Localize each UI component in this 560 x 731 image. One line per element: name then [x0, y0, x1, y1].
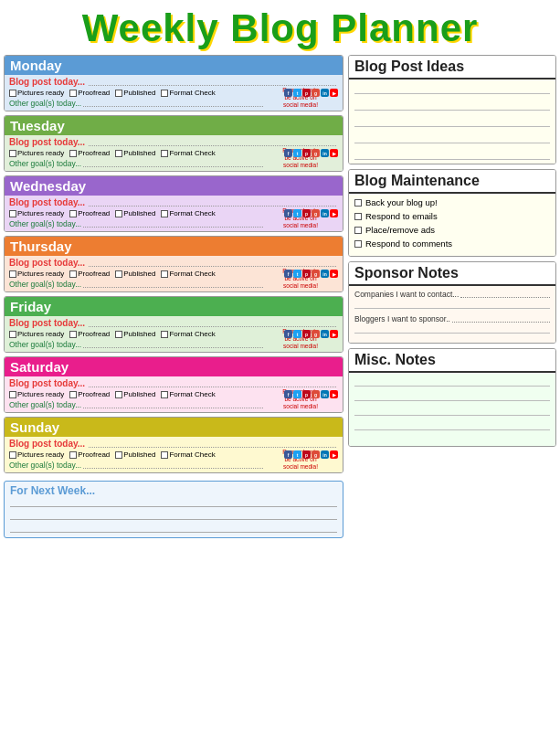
- thursday-check-proofread[interactable]: Proofread: [69, 270, 113, 278]
- saturday-check-published[interactable]: Published: [115, 390, 159, 398]
- tuesday-checkbox-proofread[interactable]: [69, 150, 77, 157]
- tuesday-checkbox-published[interactable]: [115, 150, 122, 157]
- monday-facebook-icon[interactable]: f: [284, 89, 292, 97]
- wednesday-checkbox-proofread[interactable]: [69, 210, 77, 217]
- friday-checkbox-pictures-ready[interactable]: [9, 331, 16, 338]
- wednesday-facebook-icon[interactable]: f: [284, 209, 292, 217]
- friday-check-published[interactable]: Published: [115, 330, 159, 338]
- monday-check-published[interactable]: Published: [115, 89, 159, 97]
- thursday-youtube-icon[interactable]: ▶: [330, 270, 338, 278]
- thursday-checkbox-published[interactable]: [115, 270, 122, 278]
- friday-youtube-icon[interactable]: ▶: [330, 330, 338, 338]
- wednesday-check-format-check[interactable]: Format Check: [161, 209, 218, 217]
- saturday-checkbox-pictures-ready[interactable]: [9, 391, 16, 398]
- saturday-linkedin-icon[interactable]: in: [321, 390, 329, 398]
- sunday-google-plus-icon[interactable]: g: [312, 450, 320, 459]
- monday-linkedin-icon[interactable]: in: [321, 89, 329, 97]
- maintenance-checkbox-back-your-blog-up![interactable]: [354, 199, 362, 207]
- wednesday-linkedin-icon[interactable]: in: [321, 209, 329, 217]
- thursday-pinterest-icon[interactable]: p: [302, 270, 311, 278]
- friday-checkbox-proofread[interactable]: [69, 331, 77, 338]
- monday-youtube-icon[interactable]: ▶: [330, 89, 338, 97]
- saturday-facebook-icon[interactable]: f: [284, 390, 292, 398]
- saturday-check-pictures-ready[interactable]: Pictures ready: [9, 390, 68, 398]
- tuesday-check-proofread[interactable]: Proofread: [69, 149, 113, 157]
- sunday-checkbox-published[interactable]: [115, 451, 122, 459]
- monday-checkbox-format-check[interactable]: [161, 90, 168, 97]
- wednesday-google-plus-icon[interactable]: g: [312, 209, 320, 217]
- monday-checkbox-published[interactable]: [115, 90, 122, 97]
- saturday-twitter-icon[interactable]: t: [293, 390, 301, 398]
- thursday-check-published[interactable]: Published: [115, 270, 159, 278]
- tuesday-check-published[interactable]: Published: [115, 149, 159, 157]
- sunday-twitter-icon[interactable]: t: [293, 450, 301, 459]
- tuesday-linkedin-icon[interactable]: in: [321, 149, 329, 157]
- friday-facebook-icon[interactable]: f: [284, 330, 292, 338]
- maintenance-checkbox-respond-to-comments[interactable]: [354, 240, 362, 248]
- maintenance-checkbox-place/remove-ads[interactable]: [354, 227, 362, 234]
- thursday-google-plus-icon[interactable]: g: [312, 270, 320, 278]
- saturday-pinterest-icon[interactable]: p: [302, 390, 311, 398]
- friday-check-proofread[interactable]: Proofread: [69, 330, 113, 338]
- tuesday-pinterest-icon[interactable]: p: [302, 149, 311, 157]
- tuesday-youtube-icon[interactable]: ▶: [330, 149, 338, 157]
- wednesday-check-proofread[interactable]: Proofread: [69, 209, 113, 217]
- thursday-twitter-icon[interactable]: t: [293, 270, 301, 278]
- thursday-checkbox-pictures-ready[interactable]: [9, 270, 16, 278]
- thursday-checkbox-proofread[interactable]: [69, 270, 77, 278]
- tuesday-twitter-icon[interactable]: t: [293, 149, 301, 157]
- monday-twitter-icon[interactable]: t: [293, 89, 301, 97]
- thursday-check-pictures-ready[interactable]: Pictures ready: [9, 270, 68, 278]
- sunday-check-pictures-ready[interactable]: Pictures ready: [9, 450, 68, 459]
- monday-pinterest-icon[interactable]: p: [302, 89, 311, 97]
- thursday-linkedin-icon[interactable]: in: [321, 270, 329, 278]
- wednesday-pinterest-icon[interactable]: p: [302, 209, 311, 217]
- friday-checkbox-format-check[interactable]: [161, 331, 168, 338]
- wednesday-checkbox-format-check[interactable]: [161, 210, 168, 217]
- sunday-youtube-icon[interactable]: ▶: [330, 450, 338, 459]
- thursday-checkbox-format-check[interactable]: [161, 270, 168, 278]
- sunday-checkbox-format-check[interactable]: [161, 451, 168, 459]
- monday-check-format-check[interactable]: Format Check: [161, 89, 218, 97]
- wednesday-check-published[interactable]: Published: [115, 209, 159, 217]
- wednesday-check-pictures-ready[interactable]: Pictures ready: [9, 209, 68, 217]
- saturday-checkbox-proofread[interactable]: [69, 391, 77, 398]
- saturday-google-plus-icon[interactable]: g: [312, 390, 320, 398]
- saturday-checkbox-published[interactable]: [115, 391, 122, 398]
- friday-pinterest-icon[interactable]: p: [302, 330, 311, 338]
- wednesday-checkbox-pictures-ready[interactable]: [9, 210, 16, 217]
- wednesday-checkbox-published[interactable]: [115, 210, 122, 217]
- thursday-check-format-check[interactable]: Format Check: [161, 270, 218, 278]
- friday-twitter-icon[interactable]: t: [293, 330, 301, 338]
- tuesday-checkbox-format-check[interactable]: [161, 150, 168, 157]
- saturday-youtube-icon[interactable]: ▶: [330, 390, 338, 398]
- tuesday-check-pictures-ready[interactable]: Pictures ready: [9, 149, 68, 157]
- sunday-checkbox-proofread[interactable]: [69, 451, 77, 459]
- friday-google-plus-icon[interactable]: g: [312, 330, 320, 338]
- tuesday-checkbox-pictures-ready[interactable]: [9, 150, 16, 157]
- wednesday-youtube-icon[interactable]: ▶: [330, 209, 338, 217]
- monday-checkbox-proofread[interactable]: [69, 90, 77, 97]
- friday-checkbox-published[interactable]: [115, 331, 122, 338]
- saturday-checkbox-format-check[interactable]: [161, 391, 168, 398]
- monday-checkbox-pictures-ready[interactable]: [9, 90, 16, 97]
- tuesday-facebook-icon[interactable]: f: [284, 149, 292, 157]
- sunday-checkbox-pictures-ready[interactable]: [9, 451, 16, 459]
- monday-check-pictures-ready[interactable]: Pictures ready: [9, 89, 68, 97]
- friday-linkedin-icon[interactable]: in: [321, 330, 329, 338]
- tuesday-google-plus-icon[interactable]: g: [312, 149, 320, 157]
- sunday-check-proofread[interactable]: Proofread: [69, 450, 113, 459]
- saturday-check-proofread[interactable]: Proofread: [69, 390, 113, 398]
- sunday-facebook-icon[interactable]: f: [284, 450, 292, 459]
- tuesday-check-format-check[interactable]: Format Check: [161, 149, 218, 157]
- friday-check-format-check[interactable]: Format Check: [161, 330, 218, 338]
- thursday-facebook-icon[interactable]: f: [284, 270, 292, 278]
- sunday-check-format-check[interactable]: Format Check: [161, 450, 218, 459]
- sunday-check-published[interactable]: Published: [115, 450, 159, 459]
- sunday-linkedin-icon[interactable]: in: [321, 450, 329, 459]
- maintenance-checkbox-respond-to-emails[interactable]: [354, 213, 362, 220]
- sunday-pinterest-icon[interactable]: p: [302, 450, 311, 459]
- monday-google-plus-icon[interactable]: g: [312, 89, 320, 97]
- monday-check-proofread[interactable]: Proofread: [69, 89, 113, 97]
- wednesday-twitter-icon[interactable]: t: [293, 209, 301, 217]
